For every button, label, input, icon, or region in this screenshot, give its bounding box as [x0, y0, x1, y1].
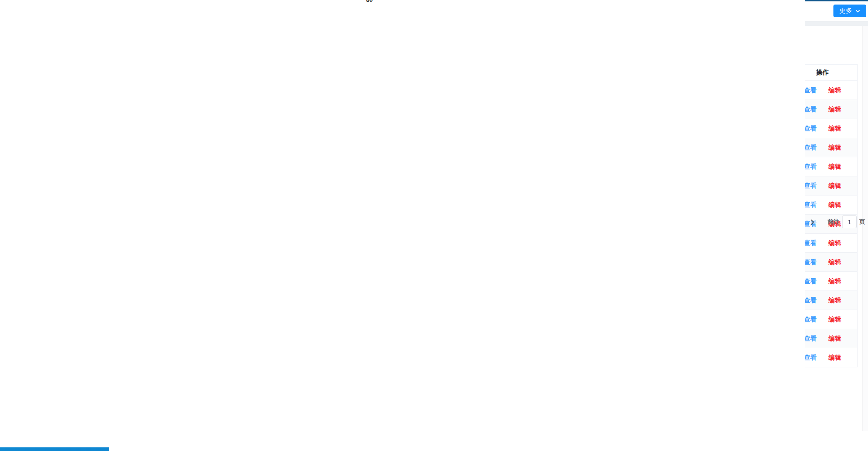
- page-list: 123456···80: [0, 0, 805, 447]
- next-page-button[interactable]: [807, 219, 818, 225]
- goto-page-input[interactable]: [842, 215, 857, 228]
- main-area: 数据导入速报信息查询× 更多 市 全部 县: [109, 0, 868, 451]
- pagination: 共 1195 条 15条/页 123456···80 前往 页: [0, 0, 865, 447]
- content-panel: 市 全部 县 全部 乡 全部: [109, 26, 868, 451]
- page-number[interactable]: 80: [0, 0, 805, 447]
- page-unit-label: 页: [859, 218, 865, 226]
- goto-label: 前往: [828, 218, 839, 226]
- page: 综合信息展示调查项目信息基础调查信息灾情速报信息速报信息查询速报信息统计切坡建房…: [0, 0, 868, 451]
